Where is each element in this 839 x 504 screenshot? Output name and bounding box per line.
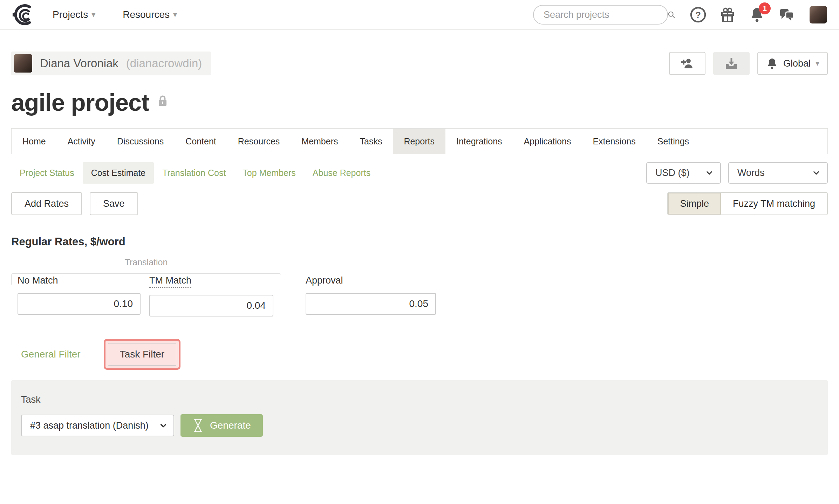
mode-fuzzy-button[interactable]: Fuzzy TM matching xyxy=(721,193,827,214)
nav-resources-label: Resources xyxy=(123,9,170,20)
chevron-down-icon: ▾ xyxy=(91,10,95,19)
global-notifications-button[interactable]: Global ▾ xyxy=(757,52,828,75)
owner-avatar xyxy=(14,54,32,73)
svg-text:?: ? xyxy=(695,10,701,20)
no-match-input[interactable] xyxy=(18,293,141,315)
tab-discussions[interactable]: Discussions xyxy=(106,129,175,154)
chevron-down-icon xyxy=(159,422,167,429)
task-label: Task xyxy=(21,394,818,405)
subtab-abuse-reports[interactable]: Abuse Reports xyxy=(304,162,379,184)
task-panel: Task #3 asap translation (Danish) Gen xyxy=(11,380,828,455)
rate-field-approval: Approval xyxy=(306,275,436,316)
subtab-cost-estimate[interactable]: Cost Estimate xyxy=(83,162,154,184)
chevron-down-icon xyxy=(705,169,713,177)
search-input[interactable] xyxy=(544,9,668,20)
download-tray-icon xyxy=(724,56,739,71)
notification-badge: 1 xyxy=(759,2,771,14)
tab-reports[interactable]: Reports xyxy=(393,129,445,154)
task-controls: #3 asap translation (Danish) Generate xyxy=(21,414,818,437)
nav-projects-label: Projects xyxy=(53,9,88,20)
task-select-value: #3 asap translation (Danish) xyxy=(30,420,149,431)
chevron-down-icon xyxy=(812,169,820,177)
nav-resources-menu[interactable]: Resources ▾ xyxy=(123,9,177,20)
project-search[interactable] xyxy=(533,5,668,25)
messages-icon[interactable] xyxy=(778,6,795,23)
tab-members[interactable]: Members xyxy=(291,129,349,154)
add-user-icon xyxy=(680,56,695,71)
invite-user-button[interactable] xyxy=(669,52,705,75)
tab-home[interactable]: Home xyxy=(12,129,57,154)
subtab-project-status[interactable]: Project Status xyxy=(11,162,83,184)
owner-actions: Global ▾ xyxy=(669,52,828,75)
chevron-down-icon: ▾ xyxy=(816,59,819,68)
rates-grid: No Match TM Match Approval xyxy=(11,275,828,316)
generate-label: Generate xyxy=(210,420,251,431)
top-navbar: Projects ▾ Resources ▾ ? xyxy=(0,0,839,30)
task-filter-tab[interactable]: Task Filter xyxy=(108,343,177,366)
currency-select[interactable]: USD ($) xyxy=(646,162,721,184)
generate-button[interactable]: Generate xyxy=(180,414,263,437)
subtab-translation-cost[interactable]: Translation Cost xyxy=(154,162,234,184)
unit-select[interactable]: Words xyxy=(728,162,828,184)
add-rates-button[interactable]: Add Rates xyxy=(11,192,82,215)
project-tabbar: Home Activity Discussions Content Resour… xyxy=(11,128,828,154)
tab-extensions[interactable]: Extensions xyxy=(582,129,646,154)
owner-name: Diana Voroniak xyxy=(40,57,118,70)
bell-icon xyxy=(766,57,778,70)
user-avatar[interactable] xyxy=(810,6,827,23)
approval-label: Approval xyxy=(306,275,343,286)
download-button[interactable] xyxy=(713,52,750,75)
rate-field-no-match: No Match xyxy=(18,275,141,316)
title-row: agile project xyxy=(11,89,828,116)
subtab-top-members[interactable]: Top Members xyxy=(234,162,304,184)
unit-value: Words xyxy=(737,168,765,178)
notifications-bell-icon[interactable]: 1 xyxy=(748,6,766,23)
rate-field-tm-match: TM Match xyxy=(149,275,273,316)
mode-simple-button[interactable]: Simple xyxy=(668,193,721,214)
private-lock-icon xyxy=(156,94,169,108)
tab-settings[interactable]: Settings xyxy=(647,129,700,154)
page-content: Diana Voroniak (dianacrowdin) xyxy=(0,52,839,455)
tab-resources[interactable]: Resources xyxy=(227,129,291,154)
rates-area: Translation No Match TM Match Approval xyxy=(11,257,828,316)
tm-match-label: TM Match xyxy=(149,275,191,288)
rates-toolbar: Add Rates Save Simple Fuzzy TM matching xyxy=(11,192,828,215)
currency-value: USD ($) xyxy=(655,168,690,178)
task-select[interactable]: #3 asap translation (Danish) xyxy=(21,415,174,436)
page-title: agile project xyxy=(11,89,149,116)
rates-heading: Regular Rates, $/word xyxy=(11,236,828,248)
hourglass-icon xyxy=(192,419,204,432)
tab-tasks[interactable]: Tasks xyxy=(349,129,393,154)
global-label: Global xyxy=(783,58,811,69)
no-match-label: No Match xyxy=(18,275,58,286)
tab-applications[interactable]: Applications xyxy=(513,129,582,154)
approval-input[interactable] xyxy=(306,293,436,315)
translation-group-label: Translation xyxy=(11,257,281,267)
help-icon[interactable]: ? xyxy=(689,6,707,23)
project-owner[interactable]: Diana Voroniak (dianacrowdin) xyxy=(11,52,211,75)
task-filter-highlight[interactable]: Task Filter xyxy=(104,339,181,370)
save-button[interactable]: Save xyxy=(90,192,138,215)
tab-content[interactable]: Content xyxy=(175,129,227,154)
tm-match-input[interactable] xyxy=(149,295,273,316)
tab-activity[interactable]: Activity xyxy=(57,129,106,154)
mode-segmented-control: Simple Fuzzy TM matching xyxy=(667,192,828,215)
nav-projects-menu[interactable]: Projects ▾ xyxy=(53,9,95,20)
tab-integrations[interactable]: Integrations xyxy=(445,129,513,154)
crowdin-logo[interactable] xyxy=(12,4,32,25)
filter-tabs: General Filter Task Filter xyxy=(11,339,828,370)
owner-row: Diana Voroniak (dianacrowdin) xyxy=(11,52,828,75)
chevron-down-icon: ▾ xyxy=(173,10,177,19)
search-icon[interactable] xyxy=(668,11,675,19)
general-filter-tab[interactable]: General Filter xyxy=(21,349,81,360)
reports-subtabs: Project Status Cost Estimate Translation… xyxy=(11,162,828,184)
gift-icon[interactable] xyxy=(719,6,736,23)
owner-handle: (dianacrowdin) xyxy=(126,57,202,70)
